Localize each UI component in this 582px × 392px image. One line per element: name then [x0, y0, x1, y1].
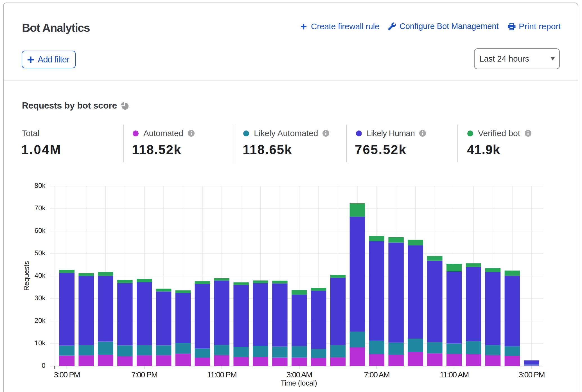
svg-text:11:00 AM: 11:00 AM: [440, 370, 469, 379]
svg-text:7:00 PM: 7:00 PM: [131, 370, 157, 379]
svg-text:7:00 AM: 7:00 AM: [364, 370, 389, 379]
svg-text:Requests: Requests: [22, 261, 30, 291]
svg-text:10k: 10k: [35, 339, 46, 347]
svg-text:30k: 30k: [35, 294, 46, 302]
svg-text:11:00 PM: 11:00 PM: [207, 370, 237, 379]
svg-text:3:00 PM: 3:00 PM: [519, 370, 545, 379]
svg-text:60k: 60k: [35, 227, 46, 234]
svg-text:20k: 20k: [35, 317, 46, 324]
svg-text:50k: 50k: [35, 249, 46, 257]
svg-text:0: 0: [42, 362, 45, 369]
svg-text:70k: 70k: [35, 204, 46, 212]
svg-text:3:00 PM: 3:00 PM: [54, 370, 80, 379]
svg-text:3:00 AM: 3:00 AM: [287, 370, 312, 379]
svg-text:80k: 80k: [35, 182, 46, 189]
svg-text:40k: 40k: [35, 272, 46, 279]
svg-text:Time (local): Time (local): [281, 379, 317, 387]
